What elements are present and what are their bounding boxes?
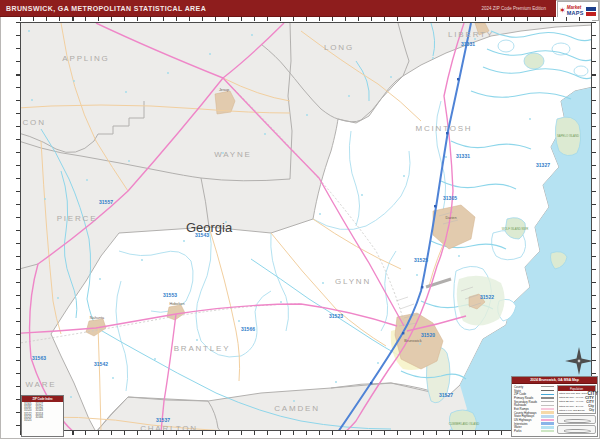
zip-code-label: 31331 [461, 41, 475, 47]
island-label: CUMBERLAND ISLAND [449, 422, 479, 426]
town-label: Hoboken [169, 302, 184, 306]
zip-code-label: 31331 [456, 153, 470, 159]
county-label: MCINTOSH [416, 124, 473, 133]
legend-inset-maps [557, 415, 596, 434]
logo-star-icon: ✶ [559, 7, 566, 15]
grid-ruler-left [16, 22, 20, 431]
zip-index-column: 3152731542315433155331566 [35, 403, 42, 422]
zip-code-label: 31566 [241, 326, 255, 332]
zip-code-label: 31523 [329, 313, 343, 319]
county-label: GLYNN [335, 277, 371, 286]
title-bar: BRUNSWICK, GA METROPOLITAN STATISTICAL A… [0, 0, 556, 17]
town-label: Jesup [219, 88, 229, 92]
page-title: BRUNSWICK, GA METROPOLITAN STATISTICAL A… [6, 5, 206, 12]
legend-swatch [541, 394, 554, 395]
legend-symbol-list: CountyStateZIP CodePrimary RoadsSecondar… [512, 384, 556, 435]
zip-code-label: 31522 [480, 294, 494, 300]
zip-index-entry: 31566 [35, 416, 42, 419]
legend-swatch [541, 419, 554, 422]
zip-code-label: 31543 [195, 232, 209, 238]
zip-code-label: 31305 [443, 195, 457, 201]
edition-label: 2024 ZIP Code Premium Edition [482, 6, 546, 11]
zip-code-label: 31563 [32, 355, 46, 361]
legend-swatch [541, 386, 554, 387]
logo-badges [586, 7, 596, 16]
county-label: PIERCE [57, 214, 98, 223]
grid-ruler-top [20, 17, 592, 21]
legend-header: 2024 Brunswick, GA MSA Map [512, 377, 597, 384]
legend-population-box: Population Cities 100,000 and AboveCITYC… [557, 385, 596, 414]
zip-code-label: 31525 [414, 257, 428, 263]
inset-map-thumbnail [557, 425, 596, 434]
county-label: LONG [324, 43, 354, 52]
town-label: Nahunta [90, 316, 105, 320]
state-label: Georgia [186, 220, 233, 235]
map-canvas: APPLINGBACONPIERCEWAYNELONGLIBERTYMCINTO… [20, 22, 592, 431]
grid-ruler-right [592, 22, 596, 431]
zip-code-label: 31553 [163, 292, 177, 298]
county-label: APPLING [62, 54, 109, 63]
county-label: BACON [21, 118, 46, 127]
legend-swatch [541, 405, 554, 406]
county-label: WARE [26, 380, 57, 389]
logo-wordmark: Market MAPS [567, 6, 584, 16]
legend-row: Parks [514, 429, 554, 433]
legend-swatch [541, 411, 554, 414]
island-label: WOLF ISLAND NWR [502, 227, 528, 231]
legend-swatch [541, 408, 554, 411]
legend-swatch [541, 422, 554, 425]
legend-swatch [541, 430, 554, 433]
island-label: SAPELO ISLAND [557, 134, 579, 138]
town-label: Darien [445, 216, 456, 220]
zip-index-column: 313053133131520315223152331525 [24, 403, 31, 422]
county-label: WAYNE [214, 150, 251, 159]
zip-code-label: 31557 [99, 199, 113, 205]
map-legend: 2024 Brunswick, GA MSA Map CountyStateZI… [511, 376, 598, 437]
grid-ruler-bottom [20, 431, 592, 435]
inset-map-thumbnail [557, 415, 596, 424]
legend-swatch [541, 397, 554, 398]
zip-code-label: 31527 [439, 392, 453, 398]
zip-code-label: 31520 [421, 332, 435, 338]
legend-swatch [541, 415, 554, 418]
county-label: CAMDEN [274, 404, 319, 413]
legend-swatch [541, 390, 554, 391]
zip-code-label: 31537 [156, 417, 170, 423]
zip-code-label: 31327 [536, 162, 550, 168]
map-screenshot: { "title_bar": { "title": "BRUNSWICK, GA… [0, 0, 600, 439]
town-label: Brunswick [404, 339, 421, 343]
county-label: BRANTLEY [174, 344, 231, 353]
county-label: CHARLTON [140, 424, 198, 431]
legend-swatch [541, 426, 554, 429]
county-label: LIBERTY [448, 30, 494, 39]
zip-index-entry: 31525 [24, 419, 31, 422]
zip-code-index-box: ZIP Code Index 3130531331315203152231523… [21, 395, 64, 437]
zip-code-label: 31542 [94, 361, 108, 367]
population-row: Cities 9,999 and BelowCity [558, 409, 595, 413]
legend-swatch [541, 401, 554, 402]
